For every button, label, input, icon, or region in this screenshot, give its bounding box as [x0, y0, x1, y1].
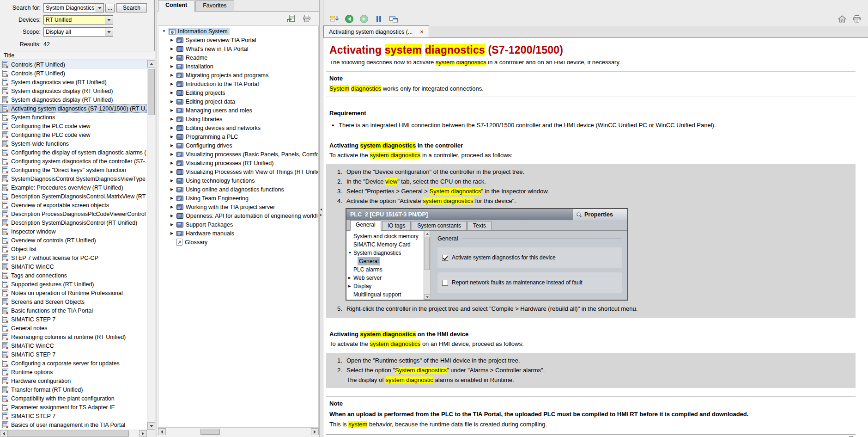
search-result-row[interactable]: Screens and Screen Objects	[0, 297, 147, 306]
search-result-row[interactable]: Configuring system diagnostics of the co…	[0, 157, 147, 166]
collapse-left-icon[interactable]: ◂	[320, 207, 322, 211]
search-result-row[interactable]: Rearranging columns at runtime (RT Unifi…	[0, 332, 147, 341]
search-result-row[interactable]: Description ProcessDiagnosisPlcCodeViewe…	[0, 209, 147, 218]
search-result-row[interactable]: Hardware configuration	[0, 376, 147, 385]
tree-item[interactable]: ▶Programming a PLC	[158, 132, 318, 141]
expand-arrow-icon[interactable]: ▶	[170, 231, 176, 235]
search-button[interactable]: Search	[116, 3, 147, 12]
tree-root-information-system[interactable]: ▼ Information System	[158, 27, 318, 36]
tree-item[interactable]: ▶Installation	[158, 62, 318, 71]
results-vertical-scrollbar[interactable]	[147, 60, 155, 430]
search-result-row[interactable]: Configuring the PLC code view	[0, 130, 147, 139]
search-result-row[interactable]: Tags and connections	[0, 271, 147, 280]
expand-arrow-icon[interactable]: ▶	[170, 214, 176, 218]
locate-topic-icon[interactable]	[285, 13, 297, 24]
expand-arrow-icon[interactable]: ▶	[170, 196, 176, 200]
expand-arrow-icon[interactable]: ▶	[170, 143, 176, 148]
panel-splitter-right[interactable]: ◂ ▸	[319, 0, 323, 437]
scroll-right-button[interactable]	[311, 428, 319, 435]
search-result-row[interactable]: Supported gestures (RT Unified)	[0, 280, 147, 289]
search-result-row[interactable]: SIMATIC WinCC	[0, 262, 147, 271]
tree-item[interactable]: ▶Visualizing processes (Basic Panels, Pa…	[158, 150, 318, 159]
search-result-row[interactable]: SIMATIC WinCC	[0, 341, 147, 350]
search-result-row[interactable]: Overview of exportable screen objects	[0, 201, 147, 209]
expand-arrow-icon[interactable]: ▶	[170, 178, 176, 183]
search-result-row[interactable]: Inspector window	[0, 227, 147, 236]
tree-item[interactable]: ▶Configuring drives	[158, 141, 318, 150]
search-result-row[interactable]: Compatibility with the plant configurati…	[0, 394, 147, 403]
tree-item[interactable]: ▶Readme	[158, 53, 318, 62]
forward-icon[interactable]	[358, 13, 370, 25]
back-icon[interactable]	[344, 13, 355, 25]
search-result-row[interactable]: Configuring the PLC code view	[0, 122, 147, 130]
search-result-row[interactable]: Activating system diagnostics (S7-1200/1…	[0, 104, 147, 113]
search-result-row[interactable]: Overview of controls (RT Unified)	[0, 236, 147, 245]
search-result-row[interactable]: Description SystemDiagnosisControl (RT U…	[0, 218, 147, 227]
expand-arrow-icon[interactable]: ▶	[170, 126, 176, 130]
browse-search-button[interactable]: ...	[105, 4, 115, 12]
tree-item[interactable]: ▶Support Packages	[158, 220, 318, 229]
search-result-row[interactable]: Basics of user management in the TIA Por…	[0, 420, 147, 429]
tree-item[interactable]: ▶Using online and diagnostics functions	[158, 185, 318, 194]
close-icon[interactable]: ×	[420, 28, 424, 35]
search-result-row[interactable]: SIMATIC STEP 7	[0, 350, 147, 359]
tree-item[interactable]: ▶Visualizing Processes with View of Thin…	[158, 167, 318, 176]
search-result-row[interactable]: System-wide functions	[0, 139, 147, 148]
search-result-row[interactable]: System diagnostics view (RT Unified)	[0, 78, 147, 86]
search-result-row[interactable]: Runtime options	[0, 368, 147, 376]
search-result-row[interactable]: Object list	[0, 245, 147, 253]
tree-item[interactable]: ▶Hardware manuals	[158, 229, 318, 238]
expand-arrow-icon[interactable]: ▶	[170, 222, 176, 227]
expand-arrow-icon[interactable]: ▶	[170, 170, 176, 174]
tree-item[interactable]: ▶Editing projects	[158, 88, 318, 97]
expand-arrow-icon[interactable]: ▶	[170, 99, 176, 104]
expand-arrow-icon[interactable]: ▶	[170, 161, 176, 165]
search-result-row[interactable]: Configuring the display of system diagno…	[0, 148, 147, 157]
contents-horizontal-scrollbar[interactable]	[158, 428, 319, 435]
home-icon[interactable]	[837, 13, 848, 25]
expand-arrow-icon[interactable]: ▶	[170, 152, 176, 156]
search-result-row[interactable]: SIMATIC STEP 7	[0, 315, 147, 324]
devices-combobox[interactable]: RT Unified	[43, 15, 113, 25]
expand-arrow-icon[interactable]: ▶	[170, 91, 176, 95]
tree-item[interactable]: ▶Editing devices and networks	[158, 123, 318, 132]
highlight-hits-icon[interactable]	[329, 13, 340, 25]
scroll-left-button[interactable]	[0, 430, 8, 437]
tree-item[interactable]: ▶Visualizing processes (RT Unified)	[158, 159, 318, 167]
chevron-down-icon[interactable]	[96, 4, 103, 12]
tree-item[interactable]: ▶Introduction to the TIA Portal	[158, 80, 318, 88]
search-result-row[interactable]: System diagnostics display (RT Unified)	[0, 95, 147, 104]
chevron-down-icon[interactable]	[105, 16, 113, 24]
search-result-row[interactable]: Parameter assignment for TS Adapter IE	[0, 403, 147, 412]
search-result-row[interactable]: Configuring the "Direct keys" system fun…	[0, 166, 147, 174]
expand-arrow-icon[interactable]: ▶	[170, 187, 176, 191]
expand-arrow-icon[interactable]: ▶	[170, 47, 176, 51]
tree-item[interactable]: ▶Managing users and roles	[158, 106, 318, 115]
search-result-row[interactable]: Example: Procedures overview (RT Unified…	[0, 183, 147, 192]
chevron-down-icon[interactable]	[105, 28, 113, 36]
collapse-arrow-icon[interactable]: ▼	[162, 29, 168, 33]
tree-item[interactable]: ▶System overview TIA Portal	[158, 36, 318, 44]
results-column-header-title[interactable]: Title	[0, 51, 155, 60]
search-result-row[interactable]: Notes on operation of Runtime Profession…	[0, 289, 147, 297]
expand-arrow-icon[interactable]: ▶	[170, 117, 176, 121]
scope-combobox[interactable]: Display all	[43, 27, 113, 37]
search-result-row[interactable]: Basic functions of the TIA Portal	[0, 306, 147, 315]
tree-item[interactable]: ▶Using libraries	[158, 115, 318, 123]
expand-arrow-icon[interactable]: ▶	[170, 55, 176, 60]
scrollbar-thumb[interactable]	[200, 429, 220, 435]
search-result-row[interactable]: STEP 7 without license for PC-CP	[0, 253, 147, 262]
search-result-row[interactable]: System diagnostics display (RT Unified)	[0, 86, 147, 95]
search-result-row[interactable]: Controls (RT Unified)	[0, 60, 147, 69]
expand-arrow-icon[interactable]: ▶	[170, 135, 176, 139]
scroll-right-button[interactable]	[139, 430, 147, 437]
tree-item[interactable]: ▶Using Team Engineering	[158, 194, 318, 203]
expand-arrow-icon[interactable]: ▶	[170, 108, 176, 112]
tree-item[interactable]: Glossary	[158, 238, 318, 246]
results-horizontal-scrollbar[interactable]	[0, 430, 147, 437]
tab-favorites[interactable]: Favorites	[195, 0, 234, 11]
scroll-left-button[interactable]	[158, 428, 166, 435]
help-topic-tab[interactable]: Activating system diagnostics (... ×	[323, 25, 429, 37]
new-window-icon[interactable]	[388, 13, 399, 25]
search-result-row[interactable]: Description SystemDiagnosisControl.Matri…	[0, 192, 147, 201]
